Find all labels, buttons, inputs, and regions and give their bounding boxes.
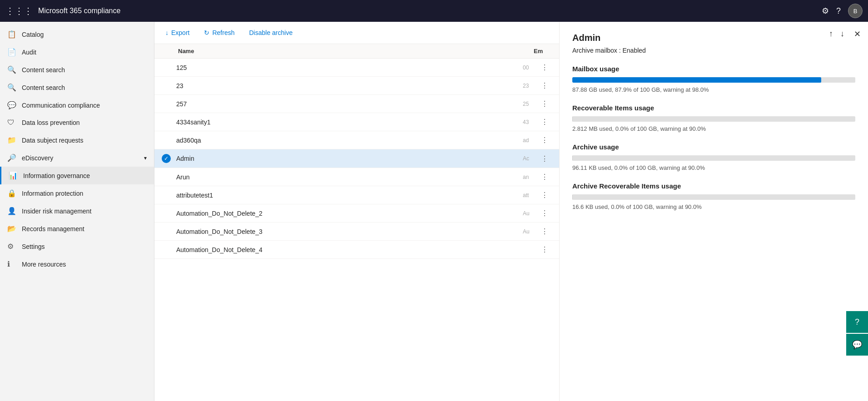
section-title-mailbox-usage: Mailbox usage bbox=[572, 65, 855, 73]
table-row[interactable]: Automation_Do_Not_Delete_2 Au ⋮ bbox=[154, 204, 559, 223]
table-body: 125 00 ⋮ 23 23 ⋮ 257 25 ⋮ 4334sanity1 43… bbox=[154, 59, 559, 401]
detail-status: Archive mailbox : Enabled bbox=[572, 47, 855, 54]
toolbar: ↓ Export ↻ Refresh Disable archive bbox=[154, 22, 559, 44]
sidebar-item-more-resources[interactable]: ℹ More resources bbox=[0, 255, 154, 273]
table-row[interactable]: Automation_Do_Not_Delete_4 ⋮ bbox=[154, 241, 559, 259]
row-menu-row-admin[interactable]: ⋮ bbox=[541, 154, 552, 163]
row-menu-row-attributetest1[interactable]: ⋮ bbox=[541, 191, 552, 199]
table-header: Name Em bbox=[154, 44, 559, 59]
sidebar-icon-content-search-2: 🔍 bbox=[7, 83, 16, 92]
usage-bar-fill-recoverable-items bbox=[572, 116, 573, 122]
row-name-row-4334sanity1: 4334sanity1 bbox=[176, 119, 523, 126]
sidebar-icon-audit: 📄 bbox=[7, 48, 16, 56]
row-email-row-ad360qa: ad bbox=[523, 137, 541, 144]
row-name-row-automation4: Automation_Do_Not_Delete_4 bbox=[176, 246, 523, 253]
sidebar-icon-communication-compliance: 💬 bbox=[7, 101, 16, 109]
table-row[interactable]: ad360qa ad ⋮ bbox=[154, 131, 559, 149]
main-content: ↓ Export ↻ Refresh Disable archive Name … bbox=[154, 22, 868, 401]
export-button[interactable]: ↓ Export bbox=[162, 27, 193, 38]
row-name-row-arun: Arun bbox=[176, 173, 523, 181]
topbar-actions: ⚙ ? B bbox=[822, 4, 863, 18]
sidebar-item-content-search-2[interactable]: 🔍 Content search bbox=[0, 79, 154, 96]
table-row[interactable]: attributetest1 att ⋮ bbox=[154, 186, 559, 204]
detail-section-archive-recoverable: Archive Recoverable Items usage 16.6 KB … bbox=[572, 182, 855, 210]
sidebar-item-audit[interactable]: 📄 Audit bbox=[0, 43, 154, 61]
table-row[interactable]: Arun an ⋮ bbox=[154, 168, 559, 186]
section-title-recoverable-items: Recoverable Items usage bbox=[572, 104, 855, 112]
table-row[interactable]: 125 00 ⋮ bbox=[154, 59, 559, 77]
chevron-icon-ediscovery: ▾ bbox=[144, 155, 147, 161]
row-menu-row-ad360qa[interactable]: ⋮ bbox=[541, 136, 552, 144]
table-row[interactable]: 257 25 ⋮ bbox=[154, 95, 559, 113]
prev-button[interactable]: ↑ bbox=[827, 27, 835, 40]
table-row[interactable]: ✓ Admin Ac ⋮ bbox=[154, 149, 559, 168]
section-text-archive-recoverable: 16.6 KB used, 0.0% of 100 GB, warning at… bbox=[572, 203, 855, 210]
sidebar-item-settings[interactable]: ⚙ Settings bbox=[0, 238, 154, 255]
table-row[interactable]: 23 23 ⋮ bbox=[154, 77, 559, 95]
refresh-icon: ↻ bbox=[204, 29, 209, 36]
sidebar-label-records-management: Records management bbox=[22, 225, 84, 233]
row-email-row-arun: an bbox=[523, 174, 541, 180]
disable-archive-button[interactable]: Disable archive bbox=[246, 27, 297, 38]
sidebar-label-catalog: Catalog bbox=[22, 31, 44, 38]
sidebar-label-ediscovery: eDiscovery bbox=[22, 154, 53, 162]
row-name-row-automation3: Automation_Do_Not_Delete_3 bbox=[176, 228, 523, 235]
row-email-row-attributetest1: att bbox=[523, 192, 541, 198]
row-menu-row-23[interactable]: ⋮ bbox=[541, 81, 552, 90]
sidebar-item-insider-risk-management[interactable]: 👤 Insider risk management bbox=[0, 202, 154, 220]
row-email-row-automation3: Au bbox=[523, 228, 541, 235]
app-title: Microsoft 365 compliance bbox=[38, 7, 816, 15]
sidebar-label-information-protection: Information protection bbox=[22, 190, 83, 197]
sidebar-item-communication-compliance[interactable]: 💬 Communication compliance bbox=[0, 96, 154, 114]
row-menu-row-4334sanity1[interactable]: ⋮ bbox=[541, 118, 552, 126]
sidebar-item-data-subject-requests[interactable]: 📁 Data subject requests bbox=[0, 131, 154, 149]
table-row[interactable]: Automation_Do_Not_Delete_3 Au ⋮ bbox=[154, 223, 559, 241]
row-email-row-23: 23 bbox=[523, 83, 541, 89]
sidebar-icon-more-resources: ℹ bbox=[7, 260, 16, 268]
row-menu-row-automation2[interactable]: ⋮ bbox=[541, 209, 552, 218]
sidebar-item-catalog[interactable]: 📋 Catalog bbox=[0, 25, 154, 43]
table-row[interactable]: 4334sanity1 43 ⋮ bbox=[154, 113, 559, 131]
sidebar-item-ediscovery[interactable]: 🔎 eDiscovery ▾ bbox=[0, 149, 154, 167]
row-name-row-257: 257 bbox=[176, 100, 523, 108]
row-menu-row-257[interactable]: ⋮ bbox=[541, 99, 552, 108]
sidebar-icon-data-subject-requests: 📁 bbox=[7, 136, 16, 144]
avatar[interactable]: B bbox=[848, 4, 863, 18]
help-icon[interactable]: ? bbox=[836, 6, 841, 16]
section-title-archive-usage: Archive usage bbox=[572, 143, 855, 151]
export-icon: ↓ bbox=[165, 29, 169, 36]
row-menu-row-automation3[interactable]: ⋮ bbox=[541, 227, 552, 236]
sidebar-icon-content-search-1: 🔍 bbox=[7, 65, 16, 74]
section-title-archive-recoverable: Archive Recoverable Items usage bbox=[572, 182, 855, 190]
sidebar-icon-data-loss-prevention: 🛡 bbox=[7, 119, 16, 127]
row-menu-row-automation4[interactable]: ⋮ bbox=[541, 245, 552, 254]
sidebar-icon-ediscovery: 🔎 bbox=[7, 153, 16, 162]
sidebar-item-information-protection[interactable]: 🔒 Information protection bbox=[0, 184, 154, 202]
usage-bar-container-mailbox-usage bbox=[572, 77, 855, 83]
col-name-header: Name bbox=[162, 48, 534, 54]
row-menu-row-arun[interactable]: ⋮ bbox=[541, 173, 552, 181]
usage-bar-container-recoverable-items bbox=[572, 116, 855, 122]
sidebar-label-data-loss-prevention: Data loss prevention bbox=[22, 119, 80, 126]
sidebar-icon-information-governance: 📊 bbox=[9, 171, 18, 180]
close-button[interactable]: ✕ bbox=[852, 27, 863, 41]
usage-bar-container-archive-recoverable bbox=[572, 194, 855, 200]
sidebar-item-content-search-1[interactable]: 🔍 Content search bbox=[0, 61, 154, 79]
sidebar-item-records-management[interactable]: 📂 Records management bbox=[0, 220, 154, 238]
sidebar: 📋 Catalog 📄 Audit 🔍 Content search 🔍 Con… bbox=[0, 22, 154, 401]
row-email-row-257: 25 bbox=[523, 101, 541, 107]
float-help-button[interactable]: ? bbox=[846, 311, 868, 333]
row-check-row-admin: ✓ bbox=[162, 154, 176, 163]
sidebar-icon-records-management: 📂 bbox=[7, 224, 16, 233]
sidebar-icon-information-protection: 🔒 bbox=[7, 189, 16, 198]
grid-icon[interactable]: ⋮⋮⋮ bbox=[5, 5, 33, 16]
detail-section-recoverable-items: Recoverable Items usage 2.812 MB used, 0… bbox=[572, 104, 855, 132]
sidebar-label-communication-compliance: Communication compliance bbox=[22, 102, 100, 109]
sidebar-item-data-loss-prevention[interactable]: 🛡 Data loss prevention bbox=[0, 114, 154, 131]
settings-icon[interactable]: ⚙ bbox=[822, 6, 829, 16]
refresh-button[interactable]: ↻ Refresh bbox=[200, 27, 238, 38]
next-button[interactable]: ↓ bbox=[838, 27, 846, 40]
sidebar-item-information-governance[interactable]: 📊 Information governance bbox=[0, 167, 154, 184]
row-menu-row-125[interactable]: ⋮ bbox=[541, 63, 552, 72]
float-chat-button[interactable]: 💬 bbox=[846, 334, 868, 356]
